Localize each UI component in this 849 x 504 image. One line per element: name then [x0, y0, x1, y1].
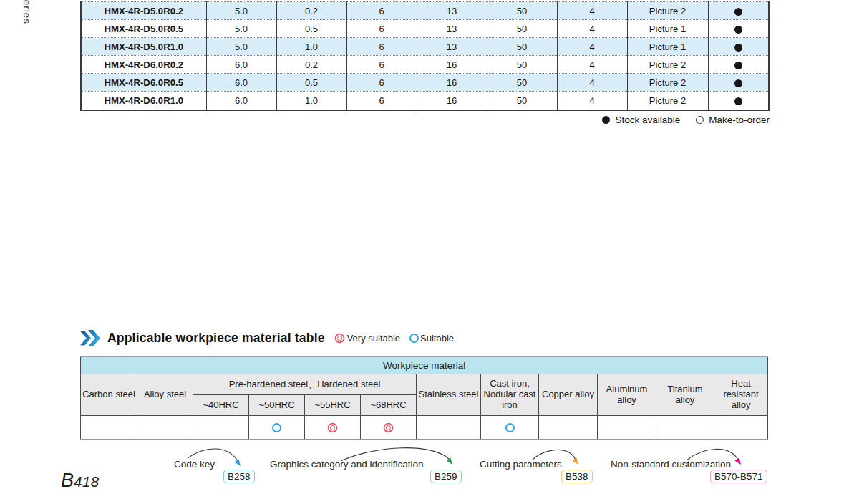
group-header-hardened-steel: Pre-hardened steel、Hardened steel	[193, 374, 417, 395]
page-number-prefix: B	[61, 470, 74, 491]
product-row: HMX-4R-D5.0R0.2 5.0 0.2 6 13 50 4 Pictur…	[81, 2, 769, 20]
rating-cell	[714, 416, 768, 440]
model-cell: HMX-4R-D6.0R0.2	[81, 56, 206, 74]
value-cell: 6	[346, 74, 417, 92]
rating-cell	[417, 416, 481, 440]
workpiece-material-header: Workpiece material	[81, 357, 768, 374]
value-cell: 4	[557, 56, 627, 74]
value-cell: 16	[417, 74, 487, 92]
value-cell: 0.2	[276, 56, 346, 74]
value-cell: 50	[487, 56, 557, 74]
product-row: HMX-4R-D6.0R1.0 6.0 1.0 6 16 50 4 Pictur…	[81, 92, 769, 110]
picture-cell: Picture 2	[627, 2, 708, 20]
reference-badge-b538[interactable]: B538	[561, 470, 593, 483]
very-suitable-label: Very suitable	[347, 333, 400, 344]
column-header-cast-iron: Cast iron, Nodular cast iron	[481, 374, 539, 416]
rating-cell	[539, 416, 598, 440]
reference-badge-b259[interactable]: B259	[430, 470, 462, 483]
stock-cell	[708, 38, 769, 56]
value-cell: 6.0	[206, 74, 276, 92]
column-header-alloy-steel: Alloy steel	[137, 374, 193, 416]
value-cell: 6.0	[206, 56, 276, 74]
make-to-order-circle-icon	[696, 116, 704, 124]
stock-available-dot-icon	[734, 79, 742, 87]
value-cell: 50	[487, 38, 557, 56]
stock-available-dot-icon	[734, 62, 742, 69]
column-header-copper-alloy: Copper alloy	[539, 374, 598, 416]
value-cell: 4	[557, 2, 627, 20]
stock-available-dot-icon	[734, 8, 742, 16]
value-cell: 0.5	[276, 74, 346, 92]
reference-badge-b258[interactable]: B258	[223, 470, 255, 483]
stock-cell	[708, 2, 769, 20]
product-row: HMX-4R-D5.0R0.5 5.0 0.5 6 13 50 4 Pictur…	[81, 20, 769, 38]
model-cell: HMX-4R-D5.0R0.2	[81, 2, 206, 20]
rating-cell	[137, 416, 193, 440]
legend-make-to-order: Make-to-order	[696, 115, 770, 125]
value-cell: 50	[487, 74, 557, 92]
value-cell: 6	[346, 56, 417, 74]
value-cell: 13	[417, 38, 487, 56]
rating-cell	[361, 416, 417, 440]
hrc-header-55: ~55HRC	[305, 395, 361, 416]
picture-cell: Picture 1	[627, 20, 708, 38]
stock-cell	[708, 74, 769, 92]
value-cell: 6	[346, 38, 417, 56]
suitable-icon	[409, 334, 419, 343]
stock-cell	[708, 20, 769, 38]
value-cell: 6	[346, 2, 417, 20]
value-cell: 50	[487, 2, 557, 20]
column-header-heat-resistant-alloy: Heat resistant alloy	[714, 374, 768, 416]
stock-available-dot-icon	[602, 116, 610, 124]
column-header-carbon-steel: Carbon steel	[81, 374, 137, 416]
curved-arrow-icon	[336, 444, 462, 470]
reference-badge-b570-b571[interactable]: B570-B571	[710, 470, 767, 483]
rating-cell	[656, 416, 714, 440]
value-cell: 4	[557, 92, 627, 110]
rating-cell	[481, 416, 539, 440]
page-number-digits: 418	[74, 473, 100, 490]
stock-available-dot-icon	[734, 44, 742, 52]
value-cell: 16	[417, 56, 487, 74]
workpiece-material-table: Workpiece material Carbon steel Alloy st…	[80, 356, 768, 440]
curved-arrow-icon	[530, 445, 586, 469]
rating-cell	[305, 416, 361, 440]
product-row: HMX-4R-D6.0R0.2 6.0 0.2 6 16 50 4 Pictur…	[81, 56, 769, 74]
value-cell: 16	[417, 92, 487, 110]
value-cell: 4	[557, 74, 627, 92]
page-number: B418	[61, 470, 100, 492]
value-cell: 5.0	[206, 20, 276, 38]
section-title: Applicable workpiece material table	[107, 331, 325, 346]
value-cell: 0.5	[276, 20, 346, 38]
hrc-header-40: ~40HRC	[193, 395, 249, 416]
suitability-legend: Very suitable Suitable	[334, 333, 454, 344]
rating-cell	[193, 416, 249, 440]
suitable-label: Suitable	[420, 333, 454, 344]
model-cell: HMX-4R-D5.0R0.5	[81, 20, 206, 38]
value-cell: 5.0	[206, 2, 276, 20]
value-cell: 13	[417, 20, 487, 38]
value-cell: 5.0	[206, 38, 276, 56]
picture-cell: Picture 2	[627, 74, 708, 92]
model-cell: HMX-4R-D6.0R1.0	[81, 92, 206, 110]
hrc-header-50: ~50HRC	[249, 395, 305, 416]
value-cell: 4	[557, 20, 627, 38]
stock-legend: Stock available Make-to-order	[80, 113, 770, 126]
picture-cell: Picture 1	[627, 38, 708, 56]
value-cell: 13	[417, 2, 487, 20]
legend-make-to-order-label: Make-to-order	[709, 115, 770, 125]
stock-cell	[708, 56, 769, 74]
model-cell: HMX-4R-D6.0R0.5	[81, 74, 206, 92]
rating-cell	[598, 416, 656, 440]
legend-stock-available: Stock available	[602, 115, 680, 125]
column-header-stainless-steel: Stainless steel	[417, 374, 481, 416]
column-header-titanium-alloy: Titanium alloy	[656, 374, 714, 416]
stock-available-dot-icon	[734, 97, 742, 105]
curved-arrow-icon	[183, 445, 248, 470]
value-cell: 6	[346, 92, 417, 110]
stock-cell	[708, 92, 769, 110]
rating-cell	[249, 416, 305, 440]
curved-arrow-icon	[684, 445, 747, 469]
product-row: HMX-4R-D5.0R1.0 5.0 1.0 6 13 50 4 Pictur…	[81, 38, 769, 56]
value-cell: 50	[487, 20, 557, 38]
